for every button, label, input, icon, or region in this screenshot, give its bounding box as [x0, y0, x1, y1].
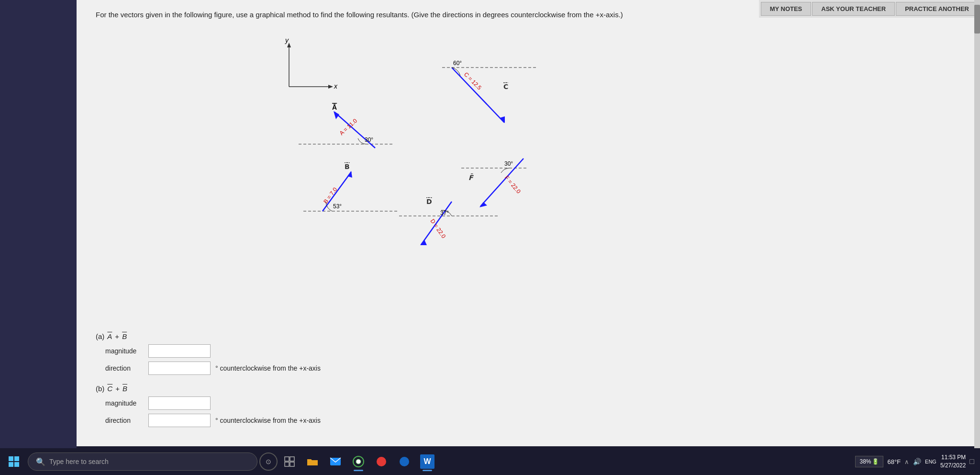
- battery-value: 38%: [859, 458, 871, 465]
- svg-rect-38: [9, 462, 13, 467]
- search-placeholder-text: Type here to search: [49, 458, 109, 465]
- svg-text:x: x: [334, 82, 338, 90]
- svg-line-31: [480, 158, 523, 206]
- left-sidebar: [0, 0, 77, 448]
- file-explorer-icon[interactable]: [302, 452, 323, 472]
- part-a-direction-row: direction ° counterclockwise from the +x…: [105, 362, 951, 375]
- svg-text:60°: 60°: [453, 60, 462, 67]
- svg-text:53°: 53°: [333, 203, 342, 210]
- magnitude-input-b[interactable]: [148, 396, 211, 410]
- svg-text:y: y: [285, 36, 289, 44]
- windows-icon: [9, 456, 19, 467]
- practice-another-button[interactable]: PRACTICE ANOTHER: [896, 2, 978, 16]
- svg-text:D̄: D̄: [426, 197, 432, 205]
- scrollbar[interactable]: [974, 0, 980, 448]
- direction-suffix-b: ° counterclockwise from the +x-axis: [215, 417, 321, 424]
- svg-rect-42: [285, 462, 289, 466]
- svg-rect-40: [285, 457, 289, 461]
- svg-line-13: [452, 68, 504, 123]
- part-b-direction-row: direction ° counterclockwise from the +x…: [105, 414, 951, 427]
- svg-text:30°: 30°: [365, 136, 373, 143]
- part-b-label: (b) C + B: [96, 385, 951, 393]
- time-display: 11:53 PM: [940, 453, 966, 462]
- clock-display: 11:53 PM 5/27/2022: [940, 453, 966, 470]
- svg-text:B̄: B̄: [345, 162, 350, 170]
- magnitude-label-a: magnitude: [105, 347, 144, 355]
- part-b-magnitude-row: magnitude: [105, 396, 951, 410]
- svg-rect-39: [14, 462, 19, 467]
- taskbar-search[interactable]: 🔍 Type here to search: [28, 452, 257, 471]
- start-button[interactable]: [2, 450, 26, 474]
- task-view-button[interactable]: ⊙: [259, 452, 278, 471]
- part-b: (b) C + B magnitude direction ° counterc…: [96, 385, 951, 427]
- word-icon[interactable]: W: [417, 452, 437, 472]
- taskbar-apps-icon[interactable]: [279, 452, 300, 472]
- taskbar: 🔍 Type here to search ⊙: [0, 448, 980, 475]
- svg-point-47: [377, 457, 386, 466]
- magnitude-input-a[interactable]: [148, 344, 211, 358]
- red-app-icon[interactable]: [371, 452, 391, 472]
- task-view-icon: ⊙: [266, 458, 271, 465]
- speaker-icon[interactable]: 🔊: [913, 458, 921, 465]
- my-notes-button[interactable]: MY NOTES: [761, 2, 812, 16]
- svg-rect-36: [9, 456, 13, 461]
- svg-text:A = 11.0: A = 11.0: [338, 117, 359, 136]
- svg-point-48: [400, 457, 409, 466]
- blue-circle-icon: [399, 456, 410, 467]
- search-icon: 🔍: [36, 457, 45, 466]
- chrome-icon: [353, 456, 364, 467]
- direction-input-b[interactable]: [148, 414, 211, 427]
- scrollbar-thumb[interactable]: [974, 5, 980, 34]
- word-letter: W: [423, 457, 431, 466]
- svg-marker-14: [500, 116, 505, 123]
- svg-point-46: [356, 459, 361, 464]
- svg-rect-41: [290, 457, 294, 461]
- top-nav: MY NOTES ASK YOUR TEACHER PRACTICE ANOTH…: [759, 0, 980, 18]
- apps-grid-icon: [284, 456, 295, 467]
- mail-icon: [330, 457, 341, 466]
- direction-label-a: direction: [105, 364, 144, 372]
- battery-indicator: 38% 🔋: [855, 456, 883, 467]
- temperature-display: 68°F: [887, 458, 901, 465]
- blue-app-icon[interactable]: [394, 452, 414, 472]
- direction-label-b: direction: [105, 417, 144, 424]
- svg-text:B = 7.0: B = 7.0: [322, 186, 338, 204]
- svg-text:Ā: Ā: [332, 103, 337, 111]
- folder-icon: [306, 456, 319, 467]
- red-circle-icon: [376, 456, 387, 467]
- browser-icon[interactable]: [348, 452, 368, 472]
- svg-text:C = 12.5: C = 12.5: [463, 71, 483, 91]
- svg-marker-3: [328, 85, 333, 89]
- svg-text:F̄: F̄: [468, 173, 474, 181]
- part-a: (a) A + B magnitude direction ° counterc…: [96, 332, 951, 375]
- answers-section: (a) A + B magnitude direction ° counterc…: [96, 332, 951, 437]
- email-icon[interactable]: [325, 452, 345, 472]
- ask-teacher-button[interactable]: ASK YOUR TEACHER: [812, 2, 895, 16]
- vector-diagram: y x Ā A = 11.0 30° C̄: [96, 29, 961, 278]
- svg-text:37°: 37°: [440, 210, 449, 216]
- svg-rect-37: [14, 456, 19, 461]
- magnitude-label-b: magnitude: [105, 399, 144, 407]
- part-a-magnitude-row: magnitude: [105, 344, 951, 358]
- notification-icon[interactable]: □: [969, 457, 974, 466]
- date-display: 5/27/2022: [940, 462, 966, 470]
- svg-marker-8: [334, 111, 339, 119]
- part-a-label: (a) A + B: [96, 332, 951, 340]
- tray-icons: ∧: [904, 458, 909, 465]
- svg-text:30°: 30°: [504, 160, 513, 167]
- language-indicator: ENG: [925, 459, 936, 464]
- direction-suffix-a: ° counterclockwise from the +x-axis: [215, 364, 321, 372]
- direction-input-a[interactable]: [148, 362, 211, 375]
- taskbar-apps: W: [279, 452, 853, 472]
- svg-marker-32: [479, 202, 487, 207]
- battery-icon: 🔋: [872, 458, 879, 465]
- svg-rect-43: [290, 462, 294, 466]
- svg-text:C̄: C̄: [503, 82, 508, 90]
- svg-text:F = 22.0: F = 22.0: [503, 174, 522, 195]
- diagram-area: y x Ā A = 11.0 30° C̄: [96, 29, 961, 278]
- taskbar-right: 38% 🔋 68°F ∧ 🔊 ENG 11:53 PM 5/27/2022 □: [855, 453, 978, 470]
- main-content: MY NOTES ASK YOUR TEACHER PRACTICE ANOTH…: [77, 0, 980, 446]
